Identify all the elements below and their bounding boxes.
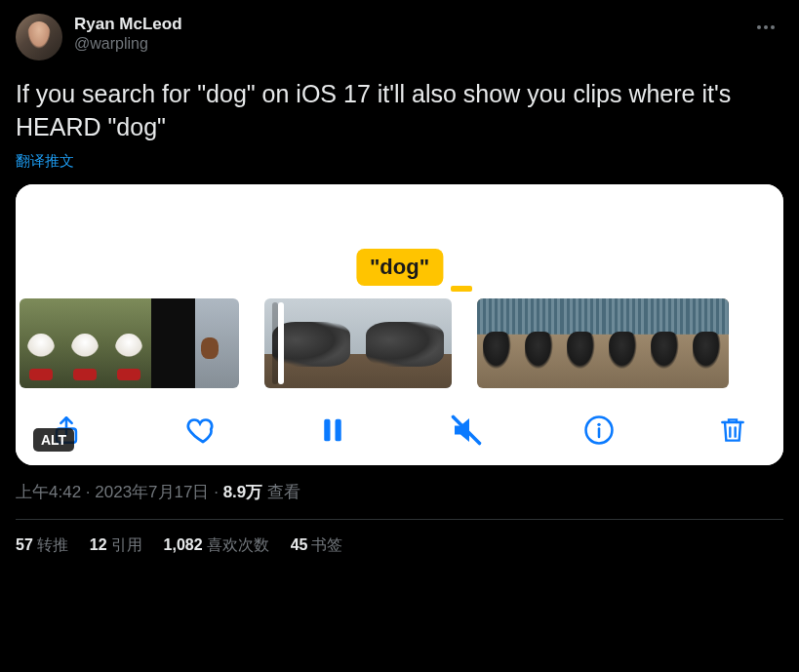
heart-icon[interactable] [177,407,223,454]
clip-frame [561,298,603,388]
bookmarks-stat[interactable]: 45书签 [291,535,343,556]
views-label: 查看 [267,483,300,501]
clip-frame [477,298,519,388]
tweet-meta: 上午4:42 · 2023年7月17日 · 8.9万 查看 [16,481,783,503]
clip-group[interactable] [477,298,729,388]
timestamp-time[interactable]: 上午4:42 [16,483,81,501]
tweet-container: Ryan McLeod @warpling If you search for … [0,0,799,556]
likes-stat[interactable]: 1,082喜欢次数 [164,535,269,556]
pause-icon[interactable] [309,407,356,454]
caption-bubble: "dog" [356,249,443,286]
handle: @warpling [74,34,182,54]
author-names[interactable]: Ryan McLeod @warpling [74,14,182,54]
alt-badge[interactable]: ALT [33,428,74,452]
tweet-stats: 57转推 12引用 1,082喜欢次数 45书签 [16,520,783,556]
svg-rect-4 [324,418,330,441]
clip-frame [63,298,107,388]
clip-group[interactable] [20,298,239,388]
media-whitespace: "dog" [16,184,783,292]
avatar[interactable] [16,14,62,60]
trash-icon[interactable] [709,407,756,454]
clip-frame [358,298,452,388]
timestamp-date[interactable]: 2023年7月17日 [95,483,209,501]
svg-point-8 [598,422,601,425]
clip-frame [603,298,645,388]
clip-frame [195,298,239,388]
quotes-stat[interactable]: 12引用 [90,535,142,556]
tweet-text: If you search for "dog" on iOS 17 it'll … [16,78,783,144]
translate-link[interactable]: 翻译推文 [16,152,783,171]
clip-frame [687,298,729,388]
clip-frame [519,298,561,388]
svg-rect-5 [336,418,341,441]
clip-frame [107,298,151,388]
tweet-header: Ryan McLeod @warpling [16,14,783,60]
more-icon[interactable] [754,16,778,39]
clip-frame [151,298,195,388]
svg-point-2 [771,25,775,29]
clip-frame [20,298,63,388]
mute-icon[interactable] [443,407,490,454]
views-count: 8.9万 [223,483,263,501]
retweets-stat[interactable]: 57转推 [16,535,68,556]
clip-frame [645,298,687,388]
display-name: Ryan McLeod [74,14,182,34]
video-filmstrip[interactable] [16,292,783,395]
info-icon[interactable] [576,407,622,454]
media-toolbar [16,395,783,465]
clip-frame [264,298,358,388]
svg-point-0 [757,25,761,29]
clip-group[interactable] [264,298,452,388]
media-card[interactable]: "dog" [16,184,783,465]
svg-point-1 [764,25,768,29]
